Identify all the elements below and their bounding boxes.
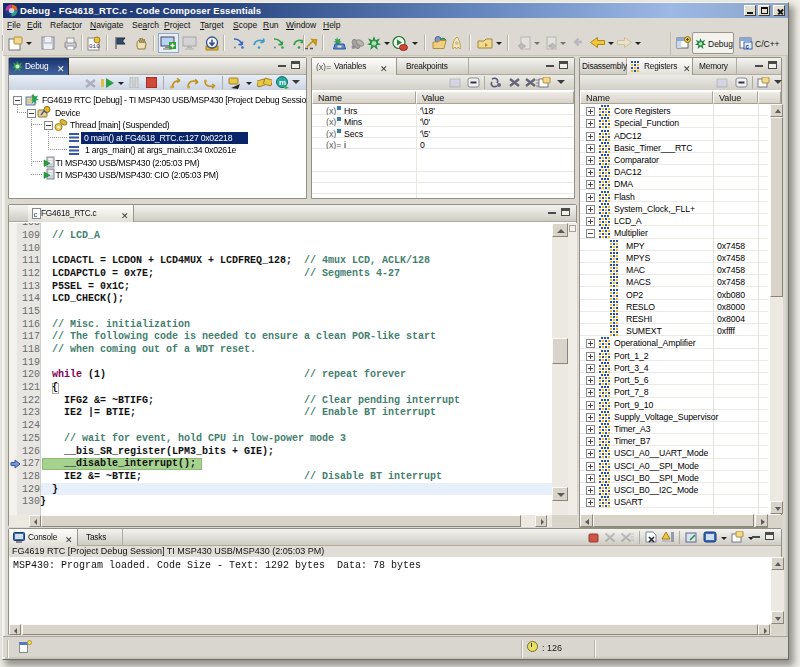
svg-text:c: c [34,210,38,219]
svg-text:c: c [746,43,750,50]
svg-text:010: 010 [89,43,100,50]
